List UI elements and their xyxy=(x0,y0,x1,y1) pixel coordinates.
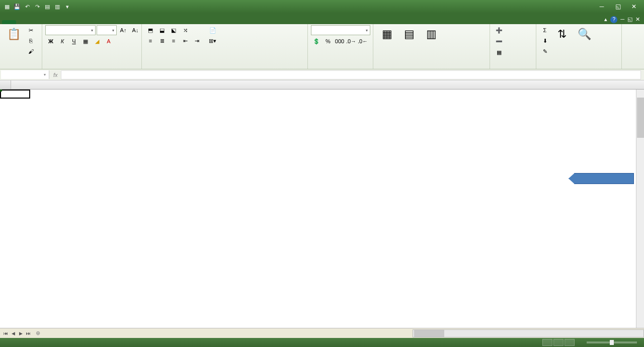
border-icon[interactable]: ▦ xyxy=(80,36,91,46)
delete-cells-button[interactable]: ➖ xyxy=(493,36,505,46)
fill-icon[interactable]: ⬇ xyxy=(539,36,550,46)
clear-icon[interactable]: ✎ xyxy=(539,46,550,56)
sort-filter-button[interactable]: ⇅ xyxy=(551,25,573,44)
first-sheet-icon[interactable]: ⏮ xyxy=(2,331,9,336)
copy-icon[interactable]: ⎘ xyxy=(25,36,36,46)
save-icon[interactable]: 💾 xyxy=(13,3,21,11)
font-name-combo[interactable]: ▾ xyxy=(45,25,96,35)
file-tab[interactable] xyxy=(2,20,16,24)
font-color-icon[interactable]: A xyxy=(103,36,114,46)
redo-icon[interactable]: ↷ xyxy=(33,3,41,11)
quick-access-toolbar: ▦ 💾 ↶ ↷ ▤ ▥ ▾ xyxy=(0,3,74,11)
comma-icon[interactable]: 000 xyxy=(334,36,345,46)
formula-bar: ▾ fx xyxy=(0,69,644,80)
normal-view-icon[interactable] xyxy=(542,339,552,346)
callout-arrow xyxy=(569,173,634,184)
group-label xyxy=(3,68,39,68)
cut-icon[interactable]: ✂ xyxy=(25,25,36,35)
percent-icon[interactable]: % xyxy=(323,36,334,46)
font-size-combo[interactable]: ▾ xyxy=(97,25,117,35)
format-table-button[interactable]: ▤ xyxy=(398,25,420,44)
window-restore-icon[interactable]: ◱ xyxy=(627,16,632,23)
indent-inc-icon[interactable]: ⇥ xyxy=(191,36,202,46)
minimize-icon[interactable]: ─ xyxy=(596,3,608,10)
align-left-icon[interactable]: ≡ xyxy=(145,36,156,46)
increase-decimal-icon[interactable]: .0→ xyxy=(346,36,357,46)
horizontal-scrollbar[interactable] xyxy=(413,329,644,337)
spreadsheet-grid[interactable] xyxy=(0,80,644,90)
excel-icon: ▦ xyxy=(3,3,11,11)
indent-dec-icon[interactable]: ⇤ xyxy=(180,36,191,46)
wrap-text-button[interactable]: 📄 xyxy=(206,25,219,35)
align-middle-icon[interactable]: ⬓ xyxy=(156,25,168,35)
decrease-font-icon[interactable]: A↓ xyxy=(130,25,141,35)
cond-format-icon: ▦ xyxy=(379,26,395,42)
group-label xyxy=(145,68,304,68)
window-minimize-icon[interactable]: ─ xyxy=(620,16,624,23)
ribbon-tabs: ▴ ? ─ ◱ ✕ xyxy=(0,13,644,24)
number-format-combo[interactable]: ▾ xyxy=(311,25,370,35)
group-label xyxy=(376,68,487,68)
align-right-icon[interactable]: ≡ xyxy=(168,36,179,46)
cell-styles-icon: ▥ xyxy=(423,26,439,42)
maximize-icon[interactable]: ◱ xyxy=(612,3,624,10)
paste-icon: 📋 xyxy=(6,26,22,42)
fill-color-icon[interactable]: ◢ xyxy=(92,36,103,46)
paste-button[interactable]: 📋 xyxy=(3,25,24,44)
autosum-icon[interactable]: Σ xyxy=(539,25,550,35)
align-center-icon[interactable]: ≣ xyxy=(156,36,168,46)
qat-icon[interactable]: ▤ xyxy=(43,3,51,11)
format-cells-button[interactable]: ▦ xyxy=(493,47,505,57)
selection-border xyxy=(0,90,30,99)
highlight-cell xyxy=(0,90,2,92)
conditional-format-button[interactable]: ▦ xyxy=(376,25,397,44)
group-label xyxy=(45,68,138,68)
page-layout-view-icon[interactable] xyxy=(553,339,564,346)
undo-icon[interactable]: ↶ xyxy=(23,3,31,11)
currency-icon[interactable]: 💲 xyxy=(311,36,322,46)
insert-cells-button[interactable]: ➕ xyxy=(493,25,505,35)
merge-center-button[interactable]: ⊞ ▾ xyxy=(206,36,219,46)
sort-icon: ⇅ xyxy=(554,26,570,42)
zoom-slider[interactable] xyxy=(587,341,637,343)
status-bar xyxy=(0,338,644,347)
align-top-icon[interactable]: ⬒ xyxy=(145,25,156,35)
cell-styles-button[interactable]: ▥ xyxy=(421,25,442,44)
sheet-tabs: ⏮ ◀ ▶ ⏭ ⊕ xyxy=(0,328,644,338)
page-break-view-icon[interactable] xyxy=(565,339,575,346)
underline-icon[interactable]: Ч xyxy=(68,36,79,46)
group-label xyxy=(539,68,618,68)
qat-dropdown-icon[interactable]: ▾ xyxy=(63,3,71,11)
next-sheet-icon[interactable]: ▶ xyxy=(17,331,24,336)
qat-icon[interactable]: ▥ xyxy=(53,3,61,11)
vertical-scrollbar[interactable] xyxy=(636,90,644,328)
format-painter-icon[interactable]: 🖌 xyxy=(25,46,36,56)
bold-icon[interactable]: Ж xyxy=(45,36,56,46)
italic-icon[interactable]: К xyxy=(57,36,68,46)
window-close-icon[interactable]: ✕ xyxy=(635,16,640,23)
group-label xyxy=(493,68,533,68)
find-icon: 🔍 xyxy=(576,26,592,42)
help-icon[interactable]: ? xyxy=(610,16,617,23)
align-bottom-icon[interactable]: ⬕ xyxy=(168,25,179,35)
fx-icon[interactable]: fx xyxy=(53,72,58,78)
minimize-ribbon-icon[interactable]: ▴ xyxy=(604,16,607,23)
close-icon[interactable]: ✕ xyxy=(628,3,640,10)
find-select-button[interactable]: 🔍 xyxy=(574,25,595,44)
decrease-decimal-icon[interactable]: .0← xyxy=(357,36,368,46)
increase-font-icon[interactable]: A↑ xyxy=(118,25,129,35)
ribbon: 📋 ✂ ⎘ 🖌 ▾ ▾ A↑ A↓ Ж К Ч ▦ ◢ xyxy=(0,24,644,69)
select-all-corner[interactable] xyxy=(0,80,11,89)
last-sheet-icon[interactable]: ⏭ xyxy=(25,331,32,336)
group-label xyxy=(311,68,370,68)
table-icon: ▤ xyxy=(401,26,417,42)
orientation-icon[interactable]: ⤭ xyxy=(180,25,191,35)
formula-input[interactable] xyxy=(61,70,641,79)
new-sheet-icon[interactable]: ⊕ xyxy=(36,330,40,336)
prev-sheet-icon[interactable]: ◀ xyxy=(10,331,17,336)
title-bar: ▦ 💾 ↶ ↷ ▤ ▥ ▾ ─ ◱ ✕ xyxy=(0,0,644,13)
name-box[interactable]: ▾ xyxy=(1,70,49,79)
